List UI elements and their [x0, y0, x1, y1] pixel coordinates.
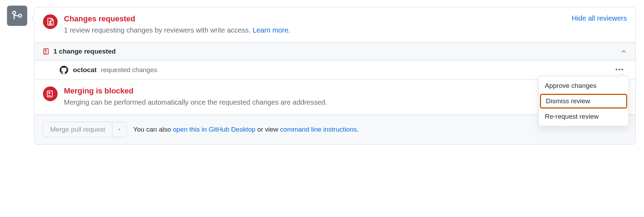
- footer-text-mid: or view: [255, 126, 280, 133]
- footer-text-prefix: You can also: [133, 126, 173, 133]
- reviewer-username[interactable]: octocat: [73, 66, 97, 74]
- merge-pull-request-button[interactable]: Merge pull request: [43, 122, 112, 137]
- changes-requested-desc-text: 1 review requesting changes by reviewers…: [64, 26, 253, 34]
- triangle-down-icon: [117, 127, 122, 132]
- file-diff-icon: [43, 48, 50, 55]
- learn-more-link[interactable]: Learn more.: [253, 26, 290, 34]
- reviewer-row: octocat requested changes ••• Approve ch…: [35, 61, 635, 79]
- command-line-instructions-link[interactable]: command line instructions: [280, 126, 357, 133]
- svg-point-0: [13, 11, 16, 14]
- approve-changes-menuitem[interactable]: Approve changes: [539, 78, 629, 93]
- avatar[interactable]: [59, 65, 69, 75]
- reviewer-action-text: requested changes: [101, 66, 158, 74]
- change-requested-summary-row[interactable]: 1 change requested: [35, 43, 635, 61]
- file-diff-icon: [46, 18, 54, 26]
- change-requested-count-label: 1 change requested: [53, 48, 116, 55]
- changes-requested-section: Changes requested 1 review requesting ch…: [35, 7, 635, 43]
- octocat-avatar-icon: [60, 66, 68, 74]
- hide-all-reviewers-link[interactable]: Hide all reviewers: [572, 14, 627, 22]
- file-diff-icon: [46, 90, 54, 98]
- svg-point-1: [19, 14, 22, 18]
- git-merge-icon: [11, 10, 23, 22]
- timeline-badge: [7, 6, 27, 26]
- changes-requested-desc: 1 review requesting changes by reviewers…: [64, 25, 565, 35]
- rerequest-review-menuitem[interactable]: Re-request review: [539, 109, 629, 124]
- merge-status-box: Changes requested 1 review requesting ch…: [34, 7, 636, 145]
- changes-requested-title: Changes requested: [64, 14, 565, 23]
- reviewer-actions-dropdown: Approve changes Dismiss review Re-reques…: [538, 76, 629, 126]
- merge-footer-text: You can also open this in GitHub Desktop…: [133, 126, 359, 133]
- merge-button-group: Merge pull request: [43, 122, 127, 137]
- dismiss-review-menuitem[interactable]: Dismiss review: [540, 94, 627, 108]
- merging-blocked-icon-badge: [43, 86, 58, 101]
- chevron-up-icon: [621, 48, 627, 55]
- open-github-desktop-link[interactable]: open this in GitHub Desktop: [173, 126, 256, 133]
- merge-options-dropdown-button[interactable]: [112, 122, 126, 137]
- changes-requested-icon-badge: [43, 14, 58, 29]
- footer-text-suffix: .: [357, 126, 359, 133]
